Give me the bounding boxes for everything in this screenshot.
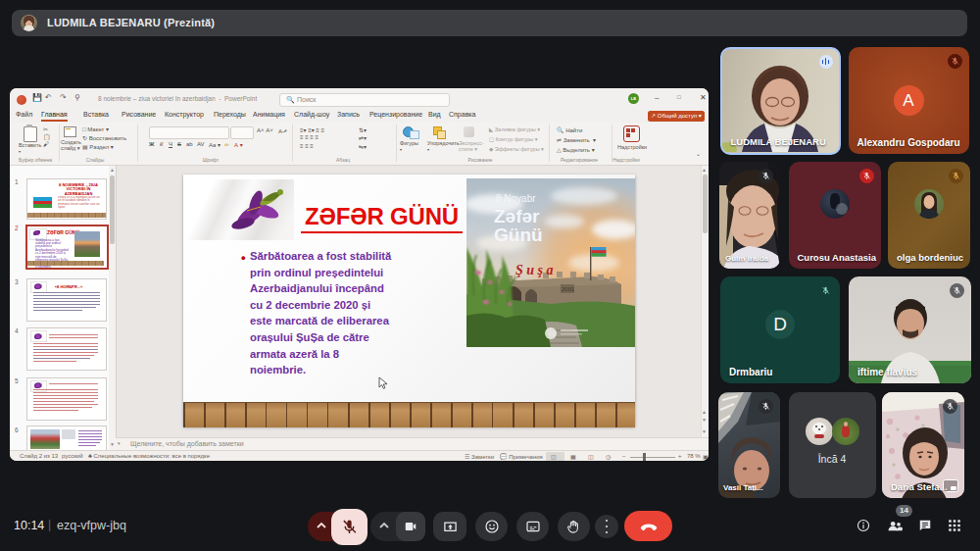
svg-text:8 Noyabr: 8 Noyabr [496,193,536,204]
svg-text:Günü: Günü [494,225,543,245]
svg-text:Ş u ş a: Ş u ş a [515,263,554,277]
svg-text:Zəfər: Zəfər [494,206,540,226]
svg-text:2001: 2001 [562,286,575,292]
